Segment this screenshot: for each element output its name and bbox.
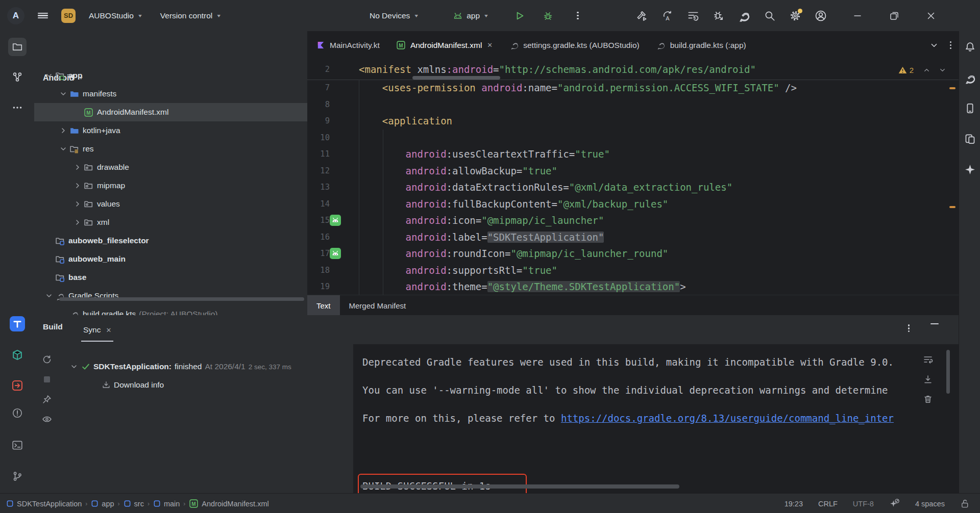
- search-button[interactable]: [761, 7, 779, 25]
- tree-item-androidmanifest-xml[interactable]: MAndroidManifest.xml: [34, 103, 307, 121]
- chevron-down-icon[interactable]: [70, 363, 78, 371]
- line-ending[interactable]: CRLF: [818, 500, 838, 508]
- indent-setting[interactable]: 4 spaces: [915, 500, 945, 508]
- lock-open-icon[interactable]: [960, 499, 970, 508]
- tab-options-icon[interactable]: [950, 40, 951, 50]
- code-line-12[interactable]: 12 android:allowBackup="true": [307, 163, 959, 179]
- tree-item-drawable[interactable]: drawable: [34, 158, 307, 176]
- tree-item-res[interactable]: res: [34, 140, 307, 158]
- tree-item-auboweb-main[interactable]: auboweb_main: [34, 250, 307, 268]
- code-line-9[interactable]: 9 <application: [307, 113, 959, 130]
- profiler-icon[interactable]: [8, 376, 27, 395]
- more-dots-icon[interactable]: [8, 98, 27, 117]
- code-line-14[interactable]: 14 android:fullBackupContent="@xml/backu…: [307, 196, 959, 213]
- tree-item-auboweb-fileselector[interactable]: auboweb_fileselector: [34, 232, 307, 250]
- next-warning-icon[interactable]: [939, 66, 946, 74]
- build-button[interactable]: [633, 7, 651, 25]
- active-tool-icon[interactable]: [8, 315, 27, 333]
- pin-tab-button[interactable]: [38, 391, 56, 408]
- filter-button[interactable]: [38, 411, 56, 428]
- chevron-down-icon[interactable]: [43, 290, 55, 301]
- tree-item-kotlin-java[interactable]: kotlin+java: [34, 121, 307, 140]
- tree-item-values[interactable]: values: [34, 195, 307, 213]
- profile-button[interactable]: [812, 7, 830, 25]
- chevron-right-icon[interactable]: [72, 180, 83, 191]
- prev-warning-icon[interactable]: [923, 66, 930, 74]
- chevron-right-icon[interactable]: [72, 198, 83, 210]
- tree-item-xml[interactable]: xml: [34, 213, 307, 232]
- breadcrumb-item[interactable]: src: [124, 500, 144, 508]
- editor-tab-mainactivity.kt[interactable]: MainActivity.kt: [307, 31, 388, 59]
- version-control-menu[interactable]: Version control▼: [156, 8, 226, 23]
- code-line-8[interactable]: 8: [307, 96, 959, 113]
- gradle-sync-button[interactable]: [735, 7, 753, 25]
- tree-item-mipmap[interactable]: mipmap: [34, 176, 307, 195]
- code-line-13[interactable]: 13 android:dataExtractionRules="@xml/dat…: [307, 179, 959, 196]
- build-console[interactable]: Deprecated Gradle features were used in …: [353, 344, 959, 493]
- restore-window-button[interactable]: [885, 7, 903, 25]
- tree-item-app[interactable]: app: [34, 66, 307, 85]
- breadcrumb-item[interactable]: MAndroidManifest.xml: [189, 499, 268, 508]
- warning-badge[interactable]: 2: [898, 63, 914, 76]
- debug-button[interactable]: [539, 7, 557, 25]
- editor-tab-androidmanifest.xml[interactable]: MAndroidManifest.xml✕: [388, 31, 501, 59]
- chevron-right-icon[interactable]: [72, 217, 83, 228]
- code-editor[interactable]: 7 <uses-permission android:name="android…: [307, 80, 959, 295]
- project-menu[interactable]: AUBOStudio▼: [85, 8, 147, 23]
- console-vscrollbar[interactable]: [946, 350, 950, 394]
- problems-icon[interactable]: [8, 404, 27, 422]
- code-line-11[interactable]: 11 android:usesCleartextTraffic="true": [307, 146, 959, 163]
- code-line-19[interactable]: 19 android:theme="@style/Theme.SDKTestAp…: [307, 278, 959, 295]
- build-tab-sync[interactable]: Sync✕: [81, 319, 113, 342]
- tree-item-base[interactable]: base: [34, 268, 307, 287]
- code-line-17[interactable]: 17 android:roundIcon="@mipmap/ic_launche…: [307, 245, 959, 262]
- footer-tab-merged-manifest[interactable]: Merged Manifest: [340, 295, 415, 315]
- device-selector[interactable]: No Devices▼: [365, 8, 423, 23]
- gemini-sparkle-icon[interactable]: [961, 160, 979, 178]
- editor-tab-settings.gradle.kts[interactable]: settings.gradle.kts (AUBOStudio): [501, 31, 647, 59]
- code-line-16[interactable]: 16 android:label="SDKTestApplication": [307, 229, 959, 246]
- project-folder-icon[interactable]: [8, 38, 27, 56]
- hidden-tabs-icon[interactable]: [929, 41, 939, 50]
- code-line-18[interactable]: 18 android:supportsRtl="true": [307, 262, 959, 279]
- clear-all-button[interactable]: [919, 391, 937, 408]
- chevron-right-icon[interactable]: [72, 162, 83, 173]
- caret-position[interactable]: 19:23: [785, 500, 803, 508]
- warning-stripe-mark[interactable]: [949, 206, 955, 208]
- minimize-window-button[interactable]: [848, 7, 867, 25]
- close-window-button[interactable]: [922, 7, 940, 25]
- build-child-row[interactable]: Download info: [102, 380, 164, 390]
- footer-tab-text[interactable]: Text: [307, 295, 340, 315]
- version-control-icon[interactable]: [8, 467, 27, 485]
- warning-stripe-mark[interactable]: [949, 87, 955, 89]
- more-actions-icon[interactable]: [569, 7, 587, 25]
- device-explorer-icon[interactable]: [961, 130, 979, 148]
- chevron-right-icon[interactable]: [58, 125, 69, 136]
- attach-debugger-button[interactable]: [709, 7, 728, 25]
- android-launcher-icon[interactable]: [330, 215, 341, 226]
- gradle-icon[interactable]: [961, 69, 979, 87]
- scroll-to-end-button[interactable]: [919, 371, 937, 388]
- terminal-icon[interactable]: [8, 436, 27, 454]
- main-menu-icon[interactable]: [34, 7, 52, 25]
- console-hscrollbar[interactable]: [360, 484, 679, 489]
- project-hscrollbar[interactable]: [59, 297, 304, 301]
- chevron-down-icon[interactable]: [58, 88, 69, 99]
- chevron-down-icon[interactable]: [43, 70, 55, 81]
- rerun-sync-button[interactable]: [38, 351, 56, 368]
- minimize-panel-icon[interactable]: [930, 323, 939, 324]
- console-link[interactable]: https://docs.gradle.org/8.13/userguide/c…: [561, 413, 894, 424]
- breadcrumb-item[interactable]: SDKTestApplication: [6, 500, 82, 508]
- breadcrumb-item[interactable]: app: [91, 500, 114, 508]
- build-variants-button[interactable]: [684, 7, 702, 25]
- breadcrumb-item[interactable]: main: [153, 500, 180, 508]
- code-line-7[interactable]: 7 <uses-permission android:name="android…: [307, 80, 959, 96]
- android-launcher-icon[interactable]: [330, 248, 341, 259]
- notifications-icon[interactable]: [961, 38, 979, 56]
- structure-icon[interactable]: [8, 68, 27, 86]
- close-icon[interactable]: ✕: [487, 41, 493, 49]
- editor-hscrollbar[interactable]: [412, 76, 500, 80]
- device-manager-icon[interactable]: [8, 346, 27, 364]
- run-configuration-selector[interactable]: app▼: [449, 8, 493, 23]
- tree-item-manifests[interactable]: manifests: [34, 85, 307, 103]
